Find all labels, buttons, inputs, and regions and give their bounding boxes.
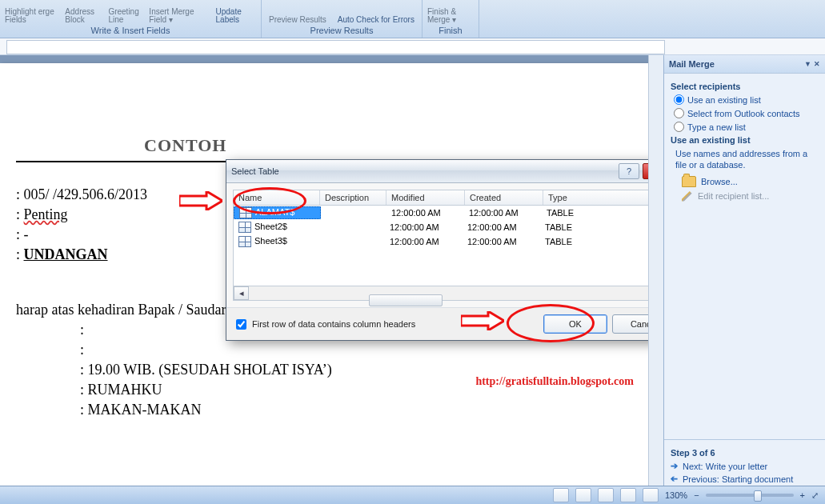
previous-step-link[interactable]: ➔Previous: Starting document	[671, 474, 819, 484]
dialog-help-button[interactable]: ?	[619, 163, 639, 179]
next-step-link[interactable]: ➔Next: Write your letter	[671, 461, 819, 471]
horizontal-scrollbar[interactable]: ◂ ▸	[233, 286, 648, 301]
view-web-button[interactable]	[598, 488, 614, 502]
first-row-headers-input[interactable]	[236, 319, 246, 330]
arrow-right-icon: ➔	[671, 461, 678, 471]
taskpane-title: Mail Merge	[669, 59, 715, 69]
radio-outlook-contacts[interactable]: Select from Outlook contacts	[674, 108, 819, 118]
taskpane-close-icon[interactable]: ✕	[814, 60, 820, 68]
doc-body-line: :	[80, 342, 640, 358]
scroll-left-button[interactable]: ◂	[234, 286, 249, 300]
table-row[interactable]: Sheet3$ 12:00:00 AM 12:00:00 AM TABLE	[234, 234, 648, 249]
table-icon	[238, 236, 251, 247]
table-icon	[239, 207, 252, 218]
zoom-slider[interactable]	[706, 494, 794, 497]
radio-existing-list[interactable]: Use an existing list	[674, 94, 819, 105]
col-type[interactable]: Type	[543, 190, 648, 205]
ruler[interactable]	[0, 38, 825, 55]
step-label: Step 3 of 6	[671, 448, 819, 458]
table-row[interactable]: ALAMAT$ 12:00:00 AM 12:00:00 AM TABLE	[234, 206, 648, 220]
table-row[interactable]: Sheet2$ 12:00:00 AM 12:00:00 AM TABLE	[234, 220, 648, 234]
browse-link[interactable]: Browse...	[682, 176, 819, 187]
taskpane-menu-icon[interactable]: ▼	[804, 60, 811, 68]
scroll-thumb[interactable]	[369, 294, 443, 306]
col-name[interactable]: Name	[234, 190, 320, 205]
ribbon-group-label: Preview Results	[310, 24, 374, 38]
folder-icon	[682, 176, 696, 187]
col-created[interactable]: Created	[465, 190, 543, 205]
document-area[interactable]: CONTOH : 005/ /429.506.6/2013 : Penting …	[0, 55, 648, 491]
ribbon-auto-check-errors[interactable]: Auto Check for Errors	[338, 16, 415, 24]
ribbon-address-block[interactable]: Address Block	[65, 8, 105, 24]
view-draft-button[interactable]	[643, 488, 659, 502]
table-list[interactable]: ALAMAT$ 12:00:00 AM 12:00:00 AM TABLE Sh…	[233, 206, 648, 286]
select-table-dialog: Select Table ? X Name Description Modifi…	[226, 159, 648, 341]
ribbon-finish-merge[interactable]: Finish & Merge ▾	[427, 8, 474, 24]
ribbon-update-labels[interactable]: Update Labels	[216, 8, 256, 24]
view-print-layout-button[interactable]	[553, 488, 569, 502]
edit-recipient-list-link[interactable]: Edit recipient list...	[682, 190, 819, 202]
table-header-row[interactable]: Name Description Modified Created Type	[233, 190, 648, 206]
ribbon-insert-merge-field[interactable]: Insert Merge Field ▾	[149, 8, 204, 24]
zoom-level[interactable]: 130%	[665, 490, 687, 500]
first-row-headers-checkbox[interactable]: First row of data contains column header…	[233, 317, 539, 332]
ribbon-group-label: Finish	[439, 24, 462, 38]
zoom-out-button[interactable]: −	[694, 490, 699, 500]
cancel-button[interactable]: Cancel	[612, 314, 648, 334]
fullscreen-toggle[interactable]: ⤢	[811, 490, 819, 501]
section-select-recipients: Select recipients	[671, 82, 819, 91]
view-fullscreen-button[interactable]	[575, 488, 591, 502]
pencil-icon	[682, 190, 693, 202]
ok-button[interactable]: OK	[543, 314, 607, 334]
ribbon-group-label: Write & Insert Fields	[91, 24, 170, 38]
zoom-in-button[interactable]: +	[800, 490, 805, 500]
view-outline-button[interactable]	[620, 488, 636, 502]
doc-body-line: : MAKAN-MAKAN	[80, 402, 640, 418]
section-description: Use names and addresses from a file or a…	[675, 148, 819, 171]
col-description[interactable]: Description	[320, 190, 386, 205]
dialog-close-button[interactable]: X	[643, 163, 648, 179]
section-use-existing: Use an existing list	[671, 135, 819, 145]
ribbon: Highlight erge Fields Address Block Gree…	[0, 0, 825, 38]
radio-type-new-list[interactable]: Type a new list	[674, 122, 819, 132]
taskpane-header[interactable]: Mail Merge ▼ ✕	[664, 55, 825, 74]
table-icon	[238, 222, 251, 233]
watermark-link[interactable]: http://gratisfulltain.blogspot.com	[475, 375, 634, 388]
ribbon-highlight-merge-fields[interactable]: Highlight erge Fields	[5, 8, 62, 24]
dialog-title-text: Select Table	[231, 166, 619, 176]
mail-merge-pane: Mail Merge ▼ ✕ Select recipients Use an …	[663, 55, 825, 491]
status-bar: 130% − + ⤢	[0, 486, 825, 504]
vertical-scrollbar[interactable]	[648, 55, 663, 491]
arrow-left-icon: ➔	[671, 474, 678, 484]
ribbon-greeting-line[interactable]: Greeting Line	[108, 8, 146, 24]
doc-title: CONTOH	[144, 135, 640, 156]
col-modified[interactable]: Modified	[386, 190, 465, 205]
ribbon-preview-results[interactable]: Preview Results	[269, 16, 326, 24]
dialog-titlebar[interactable]: Select Table ? X	[226, 160, 648, 183]
